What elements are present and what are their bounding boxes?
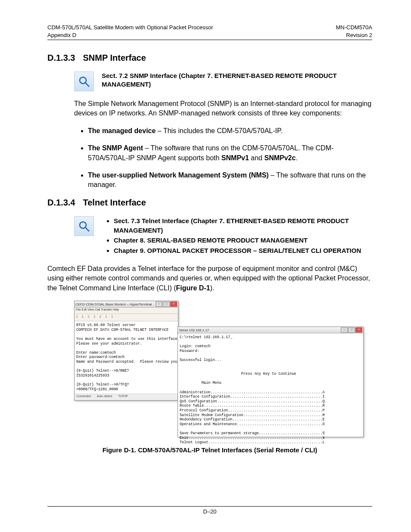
close-icon[interactable]: × (170, 302, 177, 307)
svg-point-0 (80, 77, 86, 84)
terminal-body: C:\>telnet 192.168.1.17_ Login: comtech … (178, 333, 363, 447)
page: CDM-570L/570AL Satellite Modem with Opti… (0, 0, 411, 532)
maximize-icon[interactable]: □ (348, 327, 355, 333)
section-heading-d133: D.1.3.3SNMP Interface (47, 53, 372, 63)
figure-d1: CEFD CDM-570AL Base Modem – HyperTermina… (74, 301, 372, 439)
telnet-cli-window: Telnet 192.168.1.17 – □ × C:\>telnet 192… (177, 327, 364, 437)
callout-d133: Sect. 7.2 SNMP Interface (Chapter 7. ETH… (74, 72, 372, 91)
header-left-line1: CDM-570L/570AL Satellite Modem with Opti… (47, 24, 213, 31)
magnifier-icon (74, 216, 94, 236)
callout-refs-d134: Sect. 7.3 Telnet Interface (Chapter 7. E… (102, 216, 372, 256)
title-bar: Telnet 192.168.1.17 – □ × (178, 327, 363, 333)
header-left-line2: Appendix D (47, 31, 213, 39)
svg-line-3 (86, 228, 89, 231)
page-footer: D–20 (47, 506, 372, 515)
bullet-nms: The user-supplied Network Management Sys… (88, 171, 372, 190)
header-right-line2: Revision 2 (336, 31, 372, 39)
intro-paragraph-d134: Comtech EF Data provides a Telnet interf… (47, 264, 372, 293)
title-bar: CEFD CDM-570AL Base Modem – HyperTermina… (75, 301, 178, 308)
page-header: CDM-570L/570AL Satellite Modem with Opti… (47, 24, 372, 40)
hyperterminal-window: CEFD CDM-570AL Base Modem – HyperTermina… (74, 301, 178, 401)
section-heading-d134: D.1.3.4Telnet Interface (47, 198, 372, 208)
maximize-icon[interactable]: □ (163, 302, 170, 307)
window-title: CEFD CDM-570AL Base Modem – HyperTermina… (75, 302, 152, 306)
terminal-body: RTCS v3.08.00 Telnet server COMTECH EF D… (75, 321, 178, 403)
ref-item: Chapter 8. SERIAL-BASED REMOTE PRODUCT M… (114, 236, 372, 245)
bullet-snmp-agent: The SNMP Agent – The software that runs … (88, 143, 372, 163)
bullet-managed-device: The managed device – This includes the C… (88, 126, 372, 136)
window-title: Telnet 192.168.1.17 (179, 328, 209, 332)
toolbar[interactable]: ▯ ▯ ▯ ▯ ▯ ▯ ▯ (75, 314, 178, 321)
page-number: D–20 (203, 508, 216, 515)
header-right-line1: MN-CDM570A (336, 24, 372, 31)
callout-ref-d133: Sect. 7.2 SNMP Interface (Chapter 7. ETH… (102, 72, 372, 91)
bullet-list-d133: The managed device – This includes the C… (74, 126, 372, 190)
status-bar: Connected Auto detect TCP/IP (75, 394, 178, 400)
figure-caption: Figure D-1. CDM-570A/570AL-IP Telnet Int… (47, 446, 372, 454)
minimize-icon[interactable]: – (156, 302, 162, 307)
svg-line-1 (86, 83, 89, 87)
ref-item: Chapter 9. OPTIONAL PACKET PROCESSOR – S… (114, 246, 372, 255)
intro-paragraph-d133: The Simple Network Management Protocol (… (74, 99, 372, 118)
minimize-icon[interactable]: – (341, 327, 348, 333)
menu-bar[interactable]: File Edit View Call Transfer Help (75, 308, 178, 314)
close-icon[interactable]: × (355, 327, 362, 333)
magnifier-icon (74, 72, 94, 91)
callout-d134: Sect. 7.3 Telnet Interface (Chapter 7. E… (74, 216, 372, 256)
ref-item: Sect. 7.3 Telnet Interface (Chapter 7. E… (114, 216, 372, 235)
svg-point-2 (80, 222, 86, 228)
